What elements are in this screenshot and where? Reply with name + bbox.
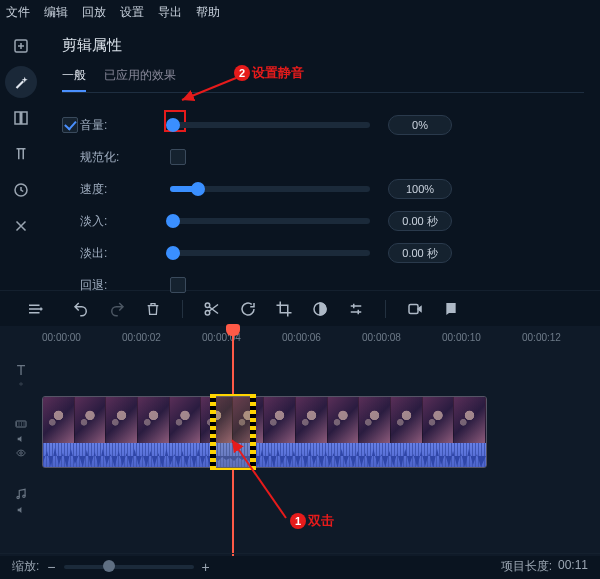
tab-applied-effects[interactable]: 已应用的效果 (104, 67, 176, 92)
undo-button[interactable] (70, 298, 92, 320)
svg-rect-2 (22, 112, 27, 124)
svg-point-12 (23, 495, 25, 497)
split-button[interactable] (201, 298, 223, 320)
left-toolbar (0, 24, 42, 290)
text-track-head[interactable]: T (0, 362, 42, 386)
fadein-value[interactable]: 0.00 秒 (388, 211, 452, 231)
tick: 00:00:12 (522, 332, 561, 343)
video-clip[interactable] (42, 396, 487, 468)
tick: 00:00:06 (282, 332, 321, 343)
panel-tabs: 一般 已应用的效果 (62, 67, 584, 93)
svg-point-10 (20, 452, 23, 455)
menu-edit[interactable]: 编辑 (44, 4, 68, 21)
tick: 00:00:02 (122, 332, 161, 343)
waveform-icon (43, 443, 486, 468)
fadein-slider[interactable] (170, 218, 370, 224)
speed-value[interactable]: 100% (388, 179, 452, 199)
fadeout-value[interactable]: 0.00 秒 (388, 243, 452, 263)
label-speed: 速度: (80, 181, 170, 198)
volume-value[interactable]: 0% (388, 115, 452, 135)
marker-button[interactable] (440, 298, 462, 320)
svg-point-11 (17, 496, 19, 498)
tick: 00:00:08 (362, 332, 401, 343)
volume-slider[interactable] (170, 122, 370, 128)
audio-track-head[interactable] (0, 486, 42, 516)
timeline-ruler[interactable]: 00:00:00 00:00:02 00:00:04 00:00:06 00:0… (42, 326, 600, 350)
tick: 00:00:10 (442, 332, 481, 343)
tab-general[interactable]: 一般 (62, 67, 86, 92)
svg-rect-1 (15, 112, 20, 124)
label-normalize: 规范化: (80, 149, 170, 166)
label-fadeout: 淡出: (80, 245, 170, 262)
menu-bar: 文件 编辑 回放 设置 导出 帮助 (0, 0, 600, 24)
magic-wand-button[interactable] (5, 66, 37, 98)
timeline: T 00:00:00 00:00:02 00:00:04 00:00:06 00… (0, 326, 600, 556)
normalize-checkbox[interactable] (170, 149, 186, 165)
fadeout-slider[interactable] (170, 250, 370, 256)
layers-button[interactable] (5, 102, 37, 134)
selection-range[interactable] (210, 394, 256, 470)
text-button[interactable] (5, 138, 37, 170)
add-media-button[interactable] (5, 30, 37, 62)
tools-button[interactable] (5, 210, 37, 242)
redo-button[interactable] (106, 298, 128, 320)
svg-rect-7 (409, 304, 418, 313)
time-button[interactable] (5, 174, 37, 206)
label-reverse: 回退: (80, 277, 170, 294)
tick: 00:00:00 (42, 332, 81, 343)
menu-export[interactable]: 导出 (158, 4, 182, 21)
record-button[interactable] (404, 298, 426, 320)
project-length-value: 00:11 (558, 558, 588, 575)
add-track-button[interactable] (24, 298, 46, 320)
zoom-in-icon[interactable]: + (202, 559, 210, 575)
reverse-checkbox[interactable] (170, 277, 186, 293)
speed-slider[interactable] (170, 186, 370, 192)
delete-button[interactable] (142, 298, 164, 320)
zoom-label: 缩放: (12, 558, 39, 575)
project-length-label: 项目长度: (501, 558, 552, 575)
rotate-button[interactable] (237, 298, 259, 320)
status-bar: 缩放: − + 项目长度: 00:11 (0, 553, 600, 579)
panel-title: 剪辑属性 (62, 36, 584, 55)
annotation-mute: 2设置静音 (234, 64, 304, 82)
menu-settings[interactable]: 设置 (120, 4, 144, 21)
label-volume: 音量: (80, 117, 170, 134)
adjust-button[interactable] (345, 298, 367, 320)
color-button[interactable] (309, 298, 331, 320)
zoom-slider[interactable] (64, 565, 194, 569)
volume-checkbox[interactable] (62, 117, 78, 133)
zoom-out-icon[interactable]: − (47, 559, 55, 575)
crop-button[interactable] (273, 298, 295, 320)
svg-point-8 (21, 384, 22, 385)
annotation-doubleclick: 1双击 (290, 512, 334, 530)
video-track-head[interactable] (0, 418, 42, 458)
menu-file[interactable]: 文件 (6, 4, 30, 21)
clip-properties-panel: 剪辑属性 一般 已应用的效果 2设置静音 音量: 0% (42, 24, 600, 290)
svg-rect-9 (16, 421, 26, 427)
menu-help[interactable]: 帮助 (196, 4, 220, 21)
menu-playback[interactable]: 回放 (82, 4, 106, 21)
label-fadein: 淡入: (80, 213, 170, 230)
